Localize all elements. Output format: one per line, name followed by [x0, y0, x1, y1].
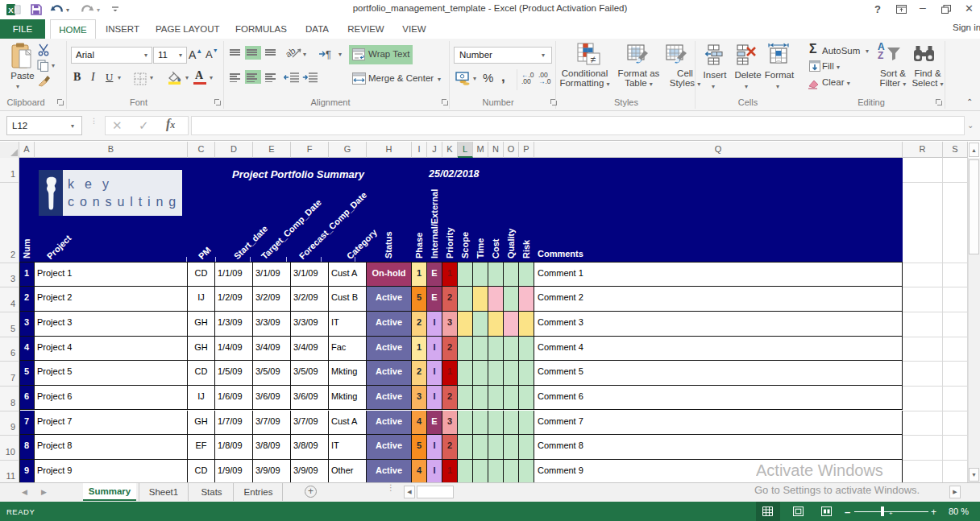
- svg-text:≠: ≠: [591, 54, 596, 65]
- svg-text:¶: ¶: [326, 48, 331, 60]
